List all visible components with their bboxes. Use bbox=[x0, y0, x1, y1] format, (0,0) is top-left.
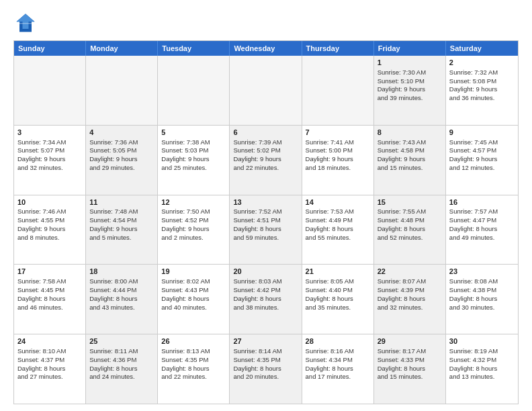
day-info: Sunrise: 8:03 AM bbox=[233, 277, 298, 286]
day-info: Sunset: 4:34 PM bbox=[306, 356, 370, 365]
day-info: Daylight: 8 hours bbox=[306, 295, 370, 304]
calendar-cell: 3Sunrise: 7:34 AMSunset: 5:07 PMDaylight… bbox=[14, 126, 86, 195]
day-number: 18 bbox=[89, 267, 154, 277]
day-info: Sunrise: 7:30 AM bbox=[378, 68, 442, 77]
day-info: Sunrise: 7:58 AM bbox=[17, 277, 82, 286]
day-info: Daylight: 8 hours bbox=[233, 365, 298, 373]
day-info: Daylight: 9 hours bbox=[306, 155, 370, 164]
day-info: and 46 minutes. bbox=[17, 304, 82, 312]
calendar-week-1: 3Sunrise: 7:34 AMSunset: 5:07 PMDaylight… bbox=[14, 125, 518, 195]
calendar-cell: 13Sunrise: 7:52 AMSunset: 4:51 PMDayligh… bbox=[230, 195, 302, 265]
calendar-cell: 5Sunrise: 7:38 AMSunset: 5:03 PMDaylight… bbox=[158, 126, 230, 195]
day-info: Daylight: 8 hours bbox=[161, 295, 226, 304]
day-info: and 15 minutes. bbox=[378, 373, 442, 381]
calendar-cell: 25Sunrise: 8:11 AMSunset: 4:36 PMDayligh… bbox=[86, 334, 158, 404]
calendar-week-0: 1Sunrise: 7:30 AMSunset: 5:10 PMDaylight… bbox=[14, 56, 518, 125]
day-info: Sunset: 4:32 PM bbox=[449, 356, 515, 365]
day-info: Daylight: 8 hours bbox=[233, 225, 298, 234]
day-number: 30 bbox=[449, 336, 515, 347]
day-info: Daylight: 8 hours bbox=[17, 365, 82, 373]
day-info: Daylight: 9 hours bbox=[378, 85, 442, 94]
calendar-cell: 24Sunrise: 8:10 AMSunset: 4:37 PMDayligh… bbox=[14, 334, 86, 404]
day-info: Sunset: 4:37 PM bbox=[17, 356, 82, 365]
svg-rect-2 bbox=[19, 23, 32, 24]
calendar-cell: 15Sunrise: 7:55 AMSunset: 4:48 PMDayligh… bbox=[374, 195, 446, 265]
day-info: Daylight: 9 hours bbox=[378, 155, 442, 164]
day-info: and 18 minutes. bbox=[306, 164, 370, 173]
day-number: 15 bbox=[378, 197, 442, 208]
day-info: Daylight: 9 hours bbox=[17, 225, 82, 234]
day-info: and 17 minutes. bbox=[306, 373, 370, 381]
day-info: Sunrise: 8:10 AM bbox=[17, 347, 82, 356]
calendar-header: SundayMondayTuesdayWednesdayThursdayFrid… bbox=[14, 41, 518, 56]
calendar-cell: 26Sunrise: 8:13 AMSunset: 4:35 PMDayligh… bbox=[158, 334, 230, 404]
calendar-cell: 2Sunrise: 7:32 AMSunset: 5:08 PMDaylight… bbox=[446, 56, 518, 125]
day-info: Sunrise: 7:53 AM bbox=[306, 208, 370, 216]
day-info: and 49 minutes. bbox=[449, 234, 515, 242]
day-info: and 2 minutes. bbox=[161, 234, 226, 242]
day-info: and 5 minutes. bbox=[89, 234, 154, 242]
svg-marker-1 bbox=[17, 14, 35, 30]
day-number: 16 bbox=[449, 197, 515, 208]
day-info: Sunset: 5:05 PM bbox=[89, 146, 154, 155]
calendar-cell: 16Sunrise: 7:57 AMSunset: 4:47 PMDayligh… bbox=[446, 195, 518, 265]
calendar-cell: 28Sunrise: 8:16 AMSunset: 4:34 PMDayligh… bbox=[302, 334, 374, 404]
day-info: Sunrise: 8:16 AM bbox=[306, 347, 370, 356]
day-info: Sunrise: 8:14 AM bbox=[233, 347, 298, 356]
day-info: Sunrise: 7:52 AM bbox=[233, 208, 298, 216]
day-info: Sunset: 5:10 PM bbox=[378, 77, 442, 86]
day-number: 20 bbox=[233, 267, 298, 277]
calendar-cell: 4Sunrise: 7:36 AMSunset: 5:05 PMDaylight… bbox=[86, 126, 158, 195]
day-number: 21 bbox=[306, 267, 370, 277]
day-info: Sunrise: 8:02 AM bbox=[161, 277, 226, 286]
day-info: and 38 minutes. bbox=[233, 304, 298, 312]
header-day-saturday: Saturday bbox=[446, 41, 518, 56]
day-info: Sunset: 4:49 PM bbox=[306, 216, 370, 225]
calendar-cell bbox=[158, 56, 230, 125]
day-info: Sunrise: 8:08 AM bbox=[449, 277, 515, 286]
day-info: Sunset: 4:52 PM bbox=[161, 216, 226, 225]
day-info: Sunrise: 8:07 AM bbox=[378, 277, 442, 286]
day-info: and 25 minutes. bbox=[161, 164, 226, 173]
day-number: 14 bbox=[306, 197, 370, 208]
day-info: Sunrise: 8:11 AM bbox=[89, 347, 154, 356]
day-info: Daylight: 8 hours bbox=[449, 225, 515, 234]
calendar-cell: 9Sunrise: 7:45 AMSunset: 4:57 PMDaylight… bbox=[446, 126, 518, 195]
day-info: and 20 minutes. bbox=[233, 373, 298, 381]
day-info: Daylight: 8 hours bbox=[306, 225, 370, 234]
day-number: 7 bbox=[306, 128, 370, 138]
calendar-cell: 27Sunrise: 8:14 AMSunset: 4:35 PMDayligh… bbox=[230, 334, 302, 404]
day-info: Daylight: 8 hours bbox=[17, 295, 82, 304]
day-info: and 15 minutes. bbox=[378, 164, 442, 173]
header-day-wednesday: Wednesday bbox=[230, 41, 302, 56]
day-info: and 32 minutes. bbox=[17, 164, 82, 173]
day-number: 9 bbox=[449, 128, 515, 138]
day-info: and 39 minutes. bbox=[378, 94, 442, 103]
day-info: Daylight: 9 hours bbox=[89, 155, 154, 164]
day-info: and 13 minutes. bbox=[449, 373, 515, 381]
calendar-cell: 19Sunrise: 8:02 AMSunset: 4:43 PMDayligh… bbox=[158, 265, 230, 334]
day-info: Sunset: 4:39 PM bbox=[378, 286, 442, 295]
day-info: Daylight: 9 hours bbox=[449, 85, 515, 94]
day-info: Daylight: 8 hours bbox=[233, 295, 298, 304]
day-info: and 40 minutes. bbox=[161, 304, 226, 312]
day-info: Sunrise: 7:46 AM bbox=[17, 208, 82, 216]
calendar-cell bbox=[14, 56, 86, 125]
calendar-body: 1Sunrise: 7:30 AMSunset: 5:10 PMDaylight… bbox=[14, 56, 518, 404]
logo bbox=[13, 11, 40, 35]
day-number: 6 bbox=[233, 128, 298, 138]
day-info: and 22 minutes. bbox=[233, 164, 298, 173]
day-info: Sunrise: 7:45 AM bbox=[449, 138, 515, 147]
day-info: and 8 minutes. bbox=[17, 234, 82, 242]
day-info: Sunrise: 7:41 AM bbox=[306, 138, 370, 147]
calendar-cell bbox=[230, 56, 302, 125]
day-number: 19 bbox=[161, 267, 226, 277]
day-info: Sunrise: 7:39 AM bbox=[233, 138, 298, 147]
calendar-cell: 21Sunrise: 8:05 AMSunset: 4:40 PMDayligh… bbox=[302, 265, 374, 334]
day-info: Sunset: 5:07 PM bbox=[17, 146, 82, 155]
day-number: 10 bbox=[17, 197, 82, 208]
day-info: Daylight: 8 hours bbox=[449, 295, 515, 304]
day-info: Sunset: 4:45 PM bbox=[17, 286, 82, 295]
day-number: 11 bbox=[89, 197, 154, 208]
day-info: Daylight: 8 hours bbox=[306, 365, 370, 373]
